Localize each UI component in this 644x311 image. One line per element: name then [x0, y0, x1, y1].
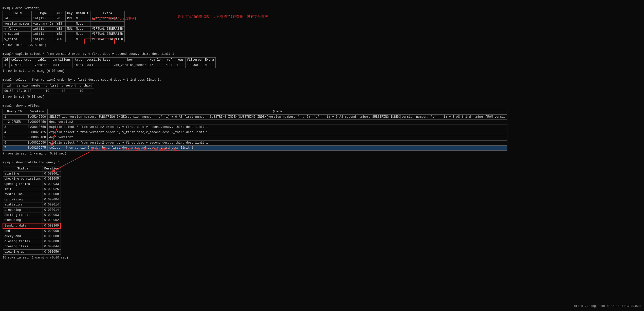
- table-row: 6 0.00026650 explain select * from versi…: [3, 140, 507, 145]
- annotation-query-time: 查询整体时间只花了0.002s,大部分时间都用在数据传输上: [90, 147, 180, 152]
- table-row: freeing items 0.000044: [3, 244, 61, 249]
- col-null: Null: [55, 11, 66, 16]
- table-row: checking permissions 0.000005: [3, 177, 61, 182]
- table-row: v_third int(11) YES NULL VIRTUAL GENERAT…: [3, 37, 125, 42]
- table-row: 99153 10.10.10 10 10 10: [3, 89, 94, 94]
- profiles-header: Query_ID Duration Query: [3, 109, 507, 114]
- terminal-content: mysql> desc version2;: [3, 2, 641, 11]
- table-row: closing tables 0.000008: [3, 239, 61, 244]
- col-key: Key: [65, 11, 74, 16]
- profile-table: Status Duration starting 0.000061 checki…: [3, 166, 61, 255]
- table-row: starting 0.000061: [3, 171, 61, 176]
- table-row: v_second int(11) YES NULL VIRTUAL GENERA…: [3, 32, 125, 37]
- rows-set-1: 5 rows in set (0.00 sec) mysql> explain …: [3, 43, 641, 56]
- explain-table: id select_type table partitions type pos…: [3, 57, 216, 68]
- table-row: cleaning up 0.000056: [3, 249, 61, 254]
- table-row: optimizing 0.000004: [3, 197, 61, 202]
- select-result-table: id version_number v_first v_second v_thi…: [3, 83, 94, 94]
- table-row: init 0.000025: [3, 187, 61, 192]
- col-default: Default: [74, 11, 90, 16]
- profile-header: Status Duration: [3, 166, 61, 171]
- table-row: Sorting result 0.000003: [3, 213, 61, 218]
- explain-table-container: id select_type table partitions type pos…: [3, 57, 641, 68]
- annotation-virtual-cols: 生成了3个虚拟列: [109, 16, 136, 21]
- table-row: preparing 0.000014: [3, 208, 61, 213]
- table-row: 3 0.00013650 explain select * from versi…: [3, 125, 507, 130]
- annotation-virtual-index: 走上了我们的虚拟索引，只扫描了1行数据，没有文件排序: [177, 14, 268, 19]
- table-row: executing 0.000002: [3, 218, 61, 223]
- select-result-header: id version_number v_first v_second v_thi…: [3, 83, 94, 89]
- sending-data-row: Sending data 0.002369: [3, 223, 61, 229]
- desc-table: Field Type Null Key Default Extra id int…: [3, 11, 125, 42]
- desc-table-header: Field Type Null Key Default Extra: [3, 11, 125, 16]
- desc-table-container: Field Type Null Key Default Extra id int…: [3, 11, 641, 42]
- rows-set-2: 1 row in set, 1 warning (0.00 sec) mysql…: [3, 69, 641, 82]
- rows-set-3: 1 row in set (0.00 sec) mysql> show prof…: [3, 95, 641, 108]
- table-row: version_number varchar(45) YES NULL: [3, 21, 125, 26]
- table-row: 1 0.05246600 SELECT id, version_number, …: [3, 114, 507, 119]
- table-row: statistics 0.000014: [3, 202, 61, 208]
- table-row: 5 0.00068400 desc version2: [3, 135, 507, 140]
- explain-table-header: id select_type table partitions type pos…: [3, 58, 216, 63]
- col-extra: Extra: [90, 11, 124, 16]
- profiles-table-container: Query_ID Duration Query 1 0.05246600 SEL…: [3, 109, 641, 151]
- table-row: end 0.000008: [3, 229, 61, 234]
- table-row: query end 0.000008: [3, 234, 61, 239]
- profile-table-container: Status Duration starting 0.000061 checki…: [3, 166, 641, 255]
- table-row: v_first int(11) YES MUL NULL VIRTUAL GEN…: [3, 26, 125, 31]
- rows-set-4: 7 rows in set, 1 warning (0.00 sec) mysq…: [3, 152, 641, 165]
- col-type: Type: [31, 11, 55, 16]
- profiles-table: Query_ID Duration Query 1 0.05246600 SEL…: [3, 109, 507, 151]
- table-row: 4 0.00026425 explain select * from versi…: [3, 130, 507, 135]
- table-row: system lock 0.000008: [3, 192, 61, 197]
- highlighted-query-row: 7 0.00265975 select * from version2 orde…: [3, 145, 507, 150]
- watermark: https://blog.csdn.net/lilei1138494584: [574, 304, 641, 308]
- cmd-desc: mysql> desc version2;: [3, 7, 41, 10]
- col-field: Field: [3, 11, 32, 16]
- table-row: id int(11) NO PRI NULL auto_increment: [3, 16, 125, 21]
- select-result-container: id version_number v_first v_second v_thi…: [3, 83, 641, 94]
- table-row: Opening tables 0.000033: [3, 182, 61, 187]
- rows-set-5: 16 rows in set, 1 warning (0.00 sec): [3, 256, 641, 260]
- table-row: 2 ORDER 0.00093450 desc version2: [3, 119, 507, 125]
- table-row: 1 SIMPLE version2 NULL index NULL vdx_ve…: [3, 63, 216, 68]
